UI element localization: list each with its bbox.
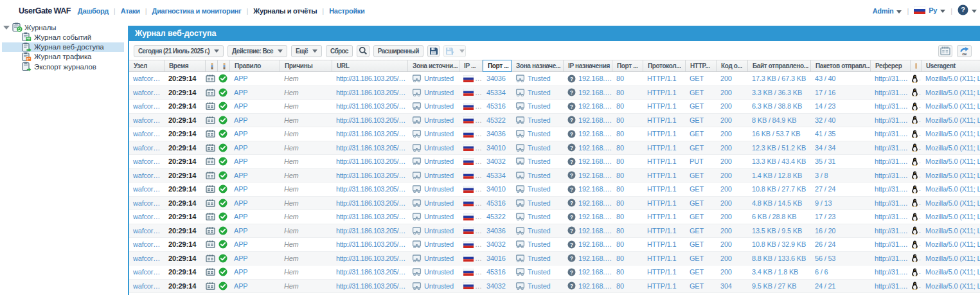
cell-text: 45322 xyxy=(486,213,506,220)
cell-source-zone: Untrusted xyxy=(408,100,459,113)
menu-item-4[interactable]: Журналы и отчёты xyxy=(253,7,317,15)
log-row-15[interactable]: wafcor…20:29:14APPНетhttp://31.186.103.2… xyxy=(129,265,980,280)
column-header-порт[interactable]: Порт ... xyxy=(612,60,643,71)
cell-dest-ip: ?192.168.… xyxy=(564,280,612,293)
menu-item-5[interactable]: Настройки xyxy=(329,7,364,15)
cell-text: 45322 xyxy=(486,116,506,124)
chevron-down-icon xyxy=(896,10,902,13)
sidebar-item-4[interactable]: Экспорт журналов xyxy=(2,62,124,71)
log-row-7[interactable]: wafcor…20:29:14APPНетhttp://31.186.103.2… xyxy=(129,155,980,169)
cell-text: HTTP/1.1 xyxy=(647,282,676,290)
log-row-9[interactable]: wafcor…20:29:14APPНетhttp://31.186.103.2… xyxy=(129,183,980,197)
divider: | xyxy=(246,7,248,15)
saved-filters-button[interactable] xyxy=(443,45,466,57)
log-row-6[interactable]: wafcor…20:29:14APPНетhttp://31.186.103.2… xyxy=(129,141,980,156)
column-header-порт[interactable]: Порт ... xyxy=(483,60,512,72)
cell-http-method: GET xyxy=(686,86,717,100)
cell-action-status xyxy=(218,127,230,141)
tree-expander-icon[interactable] xyxy=(3,26,10,30)
column-header-url[interactable]: URL xyxy=(332,60,408,71)
column-header-icon-3[interactable] xyxy=(218,60,230,71)
menu-item-2[interactable]: Атаки xyxy=(121,7,140,15)
select-columns-button[interactable] xyxy=(938,45,952,57)
column-header-причины[interactable]: Причины xyxy=(280,60,332,71)
column-header-узел[interactable]: Узел xyxy=(129,60,165,71)
column-header-ip[interactable]: IP ... xyxy=(459,60,483,71)
sidebar-item-2[interactable]: Журнал веб-доступа xyxy=(2,42,124,52)
sidebar-item-label: Журнал веб-доступа xyxy=(34,43,104,51)
cell-time: 20:29:14 xyxy=(165,155,206,168)
sidebar-item-3[interactable]: Журнал трафика xyxy=(2,52,124,62)
cell-text: 200 xyxy=(720,268,732,276)
cell-text: Trusted xyxy=(528,282,550,290)
cell-source-port: 34032 xyxy=(483,280,512,293)
export-csv-button[interactable]: csv xyxy=(957,45,972,57)
sidebar-root-journals[interactable]: Журналы xyxy=(2,22,124,32)
column-header-useragent[interactable]: Useragent xyxy=(922,60,980,71)
cell-rule: APP xyxy=(230,210,280,224)
more-filter-button[interactable]: Ещё xyxy=(291,45,322,57)
cell-event-type xyxy=(206,114,218,127)
zone-monitor-icon xyxy=(515,75,525,82)
column-header-http[interactable]: HTTP... xyxy=(686,60,717,71)
log-row-12[interactable]: wafcor…20:29:14APPНетhttp://31.186.103.2… xyxy=(129,224,980,238)
log-row-3[interactable]: wafcor…20:29:14APPНетhttp://31.186.103.2… xyxy=(129,100,980,114)
log-row-2[interactable]: wafcor…20:29:14APPНетhttp://31.186.103.2… xyxy=(129,86,980,100)
advanced-button[interactable]: Расширенный xyxy=(373,45,423,57)
column-header-зона-источни[interactable]: Зона источни... xyxy=(408,60,459,71)
truncation-dot: . xyxy=(919,228,921,234)
log-row-10[interactable]: wafcor…20:29:14APPНетhttp://31.186.103.2… xyxy=(129,197,980,211)
russian-flag-icon xyxy=(463,116,474,123)
column-header-label: Пакетов отправл... xyxy=(815,62,871,69)
cell-useragent: Mozilla/5.0 (X11; L xyxy=(922,72,980,85)
log-row-16[interactable]: wafcor…20:29:14APPНетhttp://31.186.103.2… xyxy=(129,280,980,294)
menu-item-3[interactable]: Диагностика и мониторинг xyxy=(152,7,242,15)
sidebar-item-1[interactable]: 10Журнал событий xyxy=(2,32,124,42)
reset-button[interactable]: Сброс xyxy=(326,45,353,57)
cell-response-code: 200 xyxy=(717,238,748,251)
log-row-14[interactable]: wafcor…20:29:14APPНетhttp://31.186.103.2… xyxy=(129,252,980,266)
column-header-icon-2[interactable] xyxy=(206,60,218,71)
cell-packets: 32 / 40 xyxy=(811,114,871,127)
cell-reason: Нет xyxy=(280,224,332,238)
event-card-icon xyxy=(206,144,215,152)
column-header-время[interactable]: Время xyxy=(165,60,206,71)
cell-text: Trusted xyxy=(528,130,550,138)
cell-dest-port: 80 xyxy=(612,86,643,100)
column-header-ip-назначения[interactable]: IP назначения xyxy=(564,60,612,71)
column-header-правило[interactable]: Правило xyxy=(230,60,280,71)
cell-time: 20:29:14 xyxy=(165,197,206,210)
cell-url: http://31.186.103.205/… xyxy=(332,169,408,183)
user-menu[interactable]: Admin xyxy=(873,7,902,15)
cell-os: . xyxy=(911,280,922,293)
column-header-реферер[interactable]: Реферер xyxy=(871,60,911,71)
log-row-5[interactable]: wafcor…20:29:14APPНетhttp://31.186.103.2… xyxy=(129,127,980,141)
column-header-байт-отправлено[interactable]: Байт отправлено... xyxy=(748,60,811,71)
cell-text: HTTP/1.1 xyxy=(647,268,676,276)
save-filter-button[interactable] xyxy=(427,45,440,57)
column-header-протокол[interactable]: Протокол... xyxy=(643,60,686,71)
date-filter-button[interactable]: Сегодня (21 Июль 2025 г.) xyxy=(134,45,224,57)
search-button[interactable] xyxy=(357,45,370,57)
language-menu[interactable]: Ру xyxy=(914,6,945,15)
cell-text: Trusted xyxy=(528,102,550,110)
action-filter-button[interactable]: Действие: Все xyxy=(227,45,287,57)
menu-item-1[interactable]: Дашборд xyxy=(78,7,109,15)
cell-text: 27 / 24 xyxy=(815,185,835,193)
column-header-пакетов-отправл[interactable]: Пакетов отправл... xyxy=(811,60,871,71)
log-row-8[interactable]: wafcor…20:29:14APPНетhttp://31.186.103.2… xyxy=(129,169,980,183)
log-row-11[interactable]: wafcor…20:29:14APPНетhttp://31.186.103.2… xyxy=(129,210,980,224)
cell-node: wafcor… xyxy=(129,197,165,210)
cell-text: 20:29:14 xyxy=(168,172,196,179)
log-row-4[interactable]: wafcor…20:29:14APPНетhttp://31.186.103.2… xyxy=(129,114,980,128)
cell-text: 200 xyxy=(720,130,732,138)
cell-bytes: 10.8 KB / 27.7 KB xyxy=(748,183,811,196)
cell-referer: http://31.… xyxy=(871,100,911,113)
column-header-зона-назначе[interactable]: Зона назначе... xyxy=(512,60,564,71)
help-menu[interactable]: ? xyxy=(958,4,977,18)
log-row-1[interactable]: wafcor…20:29:14APPНетhttp://31.186.103.2… xyxy=(129,72,980,86)
cell-text: wafcor… xyxy=(133,268,160,276)
column-header-icon-19[interactable] xyxy=(911,60,922,71)
log-row-13[interactable]: wafcor…20:29:14APPНетhttp://31.186.103.2… xyxy=(129,238,980,252)
column-header-код-о[interactable]: Код о... xyxy=(717,60,748,71)
